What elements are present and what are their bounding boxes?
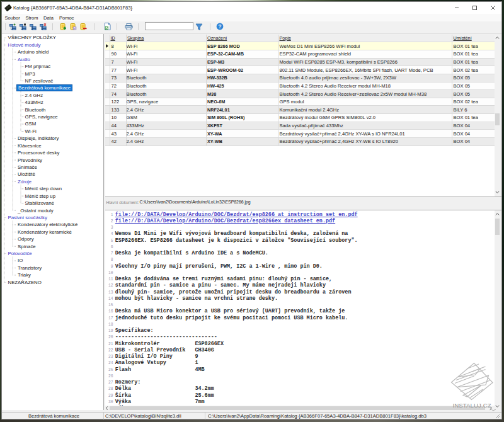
svg-text:INSTALUJ.CZ: INSTALUJ.CZ [453, 402, 491, 409]
svg-text:?: ? [218, 24, 221, 30]
